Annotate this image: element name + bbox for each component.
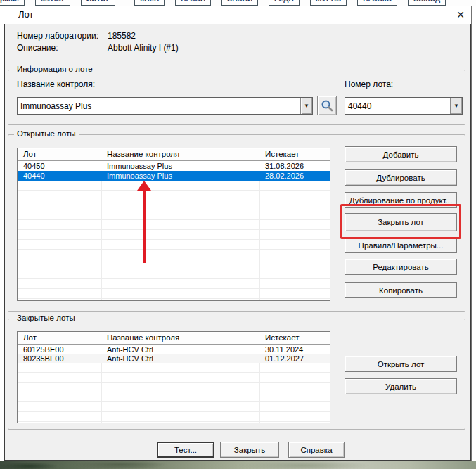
add-button[interactable]: Добавить [345,146,457,162]
search-button[interactable] [317,96,337,115]
lot-info-group-title: Информация о лоте [14,65,96,73]
background-tab[interactable]: ПРАВИ [175,0,211,6]
duplicate-button[interactable]: Дублировать [345,169,457,186]
test-button[interactable]: Тест... [157,442,214,458]
table-row[interactable]: 60125BE00 Anti-HCV Ctrl 30.11.2024 [18,345,330,354]
cell-control: Immunoassay Plus [101,172,259,180]
column-header-expires[interactable]: Истекает [259,148,330,160]
dialog-title: Лот [18,9,33,20]
cell-control: Immunoassay Plus [101,162,259,170]
description-label: Описание: [17,43,58,53]
table-row-selected[interactable]: 40440 Immunoassay Plus 28.02.2026 [18,171,330,181]
dialog-titlebar[interactable] [4,6,471,24]
background-tab[interactable]: АНАЛИ [221,0,258,6]
column-header-lot[interactable]: Лот [18,148,101,160]
control-name-label: Название контроля: [17,79,95,89]
closed-lots-table[interactable]: Лот Название контроля Истекает 60125BE00… [17,331,330,423]
closed-lots-table-header: Лот Название контроля Истекает [18,332,330,345]
delete-button[interactable]: Удалить [345,378,457,394]
column-header-control[interactable]: Название контроля [101,332,259,344]
highlight-rectangle-annotation [340,204,461,239]
close-icon[interactable]: ✕ [453,7,468,23]
chevron-down-icon[interactable]: ▼ [300,98,312,114]
arrow-annotation-icon [137,181,151,191]
lot-number-label: Номер лота: [345,79,393,89]
cell-expires: 31.08.2026 [259,162,330,170]
help-button[interactable]: Справка [288,442,345,458]
background-tab[interactable]: МУЛЬТ [35,0,70,6]
table-row[interactable]: 40450 Immunoassay Plus 31.08.2026 [18,161,330,171]
background-tab[interactable]: КЛЕН [134,0,165,6]
cell-lot: 40450 [18,162,101,170]
empty-grid-rows [18,181,330,300]
open-lots-table[interactable]: Лот Название контроля Истекает 40450 Imm… [17,148,330,301]
cell-control: Anti-HCV Ctrl [101,354,259,363]
lot-number-combobox[interactable]: 40440 ▼ [345,97,463,115]
background-tab[interactable]: ПРАВКА [357,0,397,6]
cell-control: Anti-HCV Ctrl [101,345,259,354]
chevron-down-icon[interactable]: ▼ [450,98,462,114]
column-header-lot[interactable]: Лот [18,332,101,344]
rules-parameters-button[interactable]: Правила/Параметры... [345,237,457,253]
lab-number-label: Номер лаборатории: [17,31,98,41]
open-lots-table-header: Лот Название контроля Истекает [18,148,330,161]
background-tab[interactable]: ЖУРНА [310,0,347,6]
column-header-control[interactable]: Название контроля [101,148,259,160]
open-lots-group-title: Открытые лоты [14,129,79,138]
background-app-tabbar: прави- МУЛЬТ ИСТОГ КЛЕН ПРАВИ АНАЛИ РЕДН… [0,0,476,6]
table-row[interactable]: 80235BE00 Anti-HCV Ctrl 01.12.2027 [18,354,330,363]
background-tab[interactable]: ИСТОГ [81,0,115,6]
cell-lot: 60125BE00 [18,345,101,354]
cell-expires: 28.02.2026 [259,172,330,180]
close-dialog-button[interactable]: Закрыть [220,442,279,458]
description-value: Abbott Alinity I (#1) [108,43,179,53]
open-lot-button[interactable]: Открыть лот [345,356,457,372]
empty-grid-rows [18,363,330,423]
cell-lot: 40440 [18,172,101,180]
cell-lot: 80235BE00 [18,354,101,363]
screen: прави- МУЛЬТ ИСТОГ КЛЕН ПРАВИ АНАЛИ РЕДН… [0,0,476,469]
edit-button[interactable]: Редактировать [345,259,457,275]
search-icon [321,99,333,112]
cell-expires: 30.11.2024 [259,345,330,354]
column-header-expires[interactable]: Истекает [259,332,330,344]
background-tab[interactable]: РЕДН [269,0,300,6]
closed-lots-group-title: Закрытые лоты [14,314,78,322]
background-tab[interactable]: прави- [0,0,25,6]
lot-number-value: 40440 [345,101,450,111]
background-tab[interactable]: ВЫХОД [408,0,446,6]
cell-expires: 01.12.2027 [259,354,330,363]
lab-number-value: 185582 [108,31,136,41]
control-name-combobox[interactable]: Immunoassay Plus ▼ [17,97,313,115]
arrow-annotation [143,190,146,263]
desktop-wallpaper-strip [0,461,476,469]
control-name-value: Immunoassay Plus [18,101,300,111]
copy-button[interactable]: Копировать [345,282,457,298]
